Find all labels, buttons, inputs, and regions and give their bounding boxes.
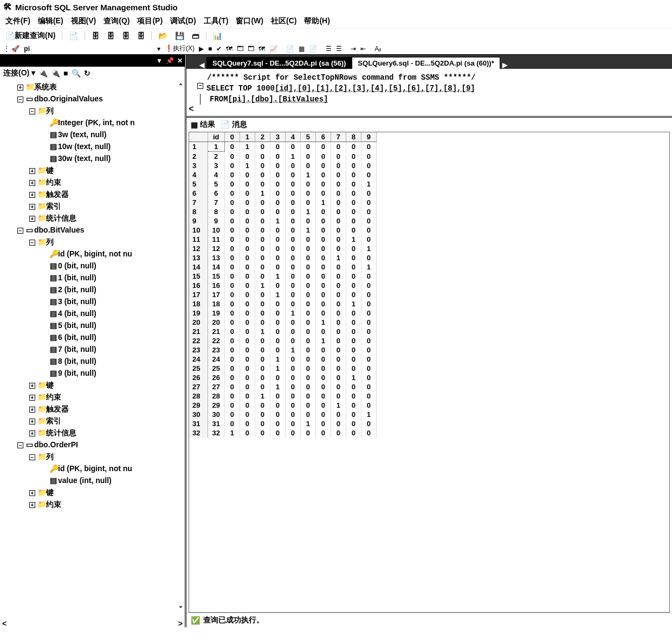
cell[interactable]: 0: [346, 152, 361, 162]
expand-icon[interactable]: +: [29, 395, 35, 401]
cell[interactable]: 27: [189, 382, 208, 391]
cell[interactable]: 0: [285, 382, 300, 391]
cell[interactable]: 0: [346, 318, 361, 327]
editor-tab[interactable]: SQLQuery6.sql - DE...5Q2DA.pi (sa (60))*: [352, 57, 500, 69]
cell[interactable]: 0: [255, 428, 270, 438]
table-row[interactable]: 28280010000000: [189, 391, 376, 401]
cell[interactable]: 0: [285, 373, 300, 382]
cell[interactable]: 0: [315, 152, 331, 162]
cell[interactable]: 0: [240, 235, 255, 244]
cell[interactable]: 0: [270, 419, 285, 428]
cell[interactable]: 0: [240, 419, 255, 428]
cell[interactable]: 0: [361, 336, 376, 345]
cell[interactable]: 11: [208, 235, 224, 244]
tree-node[interactable]: +📁索引: [5, 200, 183, 212]
cell[interactable]: 8: [189, 207, 208, 216]
cell[interactable]: 6: [208, 189, 224, 198]
cell[interactable]: 0: [346, 336, 361, 345]
scroll-up-icon[interactable]: ˄: [179, 81, 183, 93]
cell[interactable]: 0: [224, 244, 240, 253]
cell[interactable]: 0: [300, 364, 315, 373]
cell[interactable]: 0: [224, 253, 240, 262]
table-row[interactable]: 21210010000000: [189, 327, 376, 336]
cell[interactable]: 0: [285, 189, 300, 198]
execute-button[interactable]: ❗执行(X): [165, 44, 195, 53]
scroll-left-icon[interactable]: <: [2, 618, 7, 627]
cell[interactable]: 28: [189, 391, 208, 401]
cell[interactable]: 0: [224, 281, 240, 290]
cell[interactable]: 5: [189, 179, 208, 189]
cell[interactable]: 29: [189, 401, 208, 410]
table-row[interactable]: 30300000000001: [189, 410, 376, 419]
cell[interactable]: 0: [285, 170, 300, 179]
cell[interactable]: 0: [315, 299, 331, 308]
cell[interactable]: 0: [331, 345, 346, 355]
cell[interactable]: 0: [331, 318, 346, 327]
cell[interactable]: 0: [270, 373, 285, 382]
cell[interactable]: 0: [346, 179, 361, 189]
tree-node[interactable]: +📁统计信息: [5, 212, 183, 224]
cell[interactable]: 0: [240, 226, 255, 235]
tree-node[interactable]: +📁系统表: [5, 81, 183, 93]
cell[interactable]: 0: [346, 382, 361, 391]
cell[interactable]: 0: [315, 142, 331, 152]
cell[interactable]: 0: [331, 281, 346, 290]
scroll-right-icon[interactable]: >: [178, 618, 183, 627]
cell[interactable]: 0: [224, 327, 240, 336]
cell[interactable]: 0: [331, 327, 346, 336]
table-row[interactable]: 22220000001000: [189, 336, 376, 345]
cell[interactable]: 0: [300, 299, 315, 308]
cell[interactable]: 0: [285, 428, 300, 438]
cell[interactable]: 24: [208, 355, 224, 364]
cell[interactable]: 0: [270, 345, 285, 355]
cell[interactable]: 0: [331, 142, 346, 152]
expand-icon[interactable]: +: [29, 430, 35, 436]
cell[interactable]: 0: [255, 336, 270, 345]
cell[interactable]: 0: [255, 373, 270, 382]
save-all-icon[interactable]: 🗃: [190, 30, 202, 41]
cell[interactable]: 0: [240, 272, 255, 281]
results-file-icon[interactable]: 📄: [309, 45, 317, 53]
cell[interactable]: 4: [208, 170, 224, 179]
cell[interactable]: 0: [315, 364, 331, 373]
outdent-icon[interactable]: ⇤: [360, 45, 366, 53]
cell[interactable]: 0: [315, 410, 331, 419]
cell[interactable]: 0: [270, 189, 285, 198]
cell[interactable]: 0: [285, 161, 300, 170]
cell[interactable]: 0: [224, 373, 240, 382]
cell[interactable]: 0: [346, 327, 361, 336]
cell[interactable]: 0: [285, 355, 300, 364]
cell[interactable]: 23: [189, 345, 208, 355]
results-grid2-icon[interactable]: ▦: [299, 45, 305, 53]
save-icon[interactable]: 💾: [173, 30, 186, 41]
cell[interactable]: 7: [208, 198, 224, 207]
cell[interactable]: 0: [270, 401, 285, 410]
cell[interactable]: 0: [346, 355, 361, 364]
cell[interactable]: 0: [224, 235, 240, 244]
tree-node[interactable]: ▤6 (bit, null): [5, 331, 183, 343]
cell[interactable]: 0: [361, 318, 376, 327]
cell[interactable]: 6: [189, 189, 208, 198]
cell[interactable]: 0: [331, 235, 346, 244]
expand-icon[interactable]: −: [17, 97, 23, 102]
cell[interactable]: 0: [270, 198, 285, 207]
cell[interactable]: 0: [285, 281, 300, 290]
cell[interactable]: 24: [189, 355, 208, 364]
db-engine-icon[interactable]: 🗄: [120, 30, 132, 41]
cell[interactable]: 0: [240, 410, 255, 419]
tree-node[interactable]: +📁键: [5, 379, 183, 391]
specify-values-icon[interactable]: Aᵦ: [374, 45, 382, 53]
cell[interactable]: 0: [240, 382, 255, 391]
cell[interactable]: 0: [315, 327, 331, 336]
cell[interactable]: 0: [361, 419, 376, 428]
fold-icon[interactable]: −: [197, 83, 203, 89]
cell[interactable]: 0: [331, 364, 346, 373]
table-row[interactable]: 32321000000000: [189, 428, 376, 438]
cell[interactable]: 0: [255, 142, 270, 152]
cell[interactable]: 0: [270, 428, 285, 438]
cell[interactable]: 0: [361, 391, 376, 401]
cell[interactable]: 0: [300, 382, 315, 391]
cell[interactable]: 0: [315, 428, 331, 438]
cell[interactable]: 12: [208, 244, 224, 253]
stop-icon[interactable]: ■: [63, 69, 68, 78]
